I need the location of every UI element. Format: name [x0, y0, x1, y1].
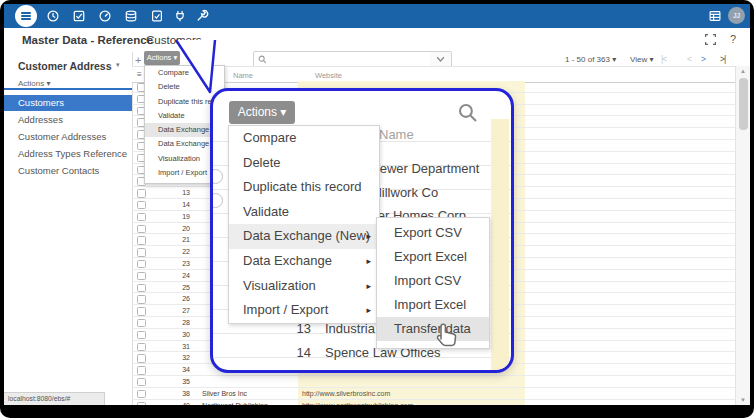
dataset-list-icon[interactable] — [15, 5, 37, 27]
chevron-down-icon: ▾ — [116, 61, 120, 69]
scroll-up-icon[interactable]: ▲ — [740, 68, 746, 74]
avatar[interactable]: JJ — [728, 7, 745, 24]
sidebar-item[interactable]: Addresses — [4, 112, 132, 128]
sidebar-actions-button[interactable]: Actions ▾ — [18, 79, 50, 88]
sidebar-item[interactable]: Customer Addresses — [4, 129, 132, 145]
clock-icon[interactable] — [46, 9, 60, 23]
submenu-item[interactable]: Import Excel — [377, 293, 489, 317]
magnified-modified-cell — [491, 119, 509, 370]
zoom-callout: Name Sewer Department Millwork Co River … — [210, 88, 514, 373]
magnified-row-name: Millwork Co — [371, 185, 438, 200]
row-checkbox[interactable] — [137, 189, 146, 198]
row-checkbox[interactable] — [137, 319, 146, 328]
wrench-icon[interactable] — [195, 9, 209, 23]
row-checkbox[interactable] — [137, 213, 146, 222]
menu-item[interactable]: Visualization ▸ — [229, 274, 379, 299]
menu-item[interactable]: Compare — [229, 126, 379, 151]
add-record-button[interactable]: + — [135, 54, 141, 66]
magnified-actions-button[interactable]: Actions ▾ — [229, 101, 295, 124]
row-checkbox[interactable] — [137, 248, 146, 257]
row-id: 21 — [152, 236, 190, 243]
submenu-arrow-icon: ▸ — [366, 298, 371, 323]
plug-icon[interactable] — [173, 9, 187, 23]
row-id: 23 — [152, 260, 190, 267]
row-name: Northwest Publishing — [202, 402, 268, 405]
row-checkbox[interactable] — [137, 402, 146, 405]
column-header-website[interactable]: Website — [315, 71, 342, 80]
pager-prev-button[interactable]: < — [687, 54, 691, 64]
row-id: 13 — [152, 189, 190, 196]
menu-item-label: Delete — [243, 155, 281, 170]
sidebar-item[interactable]: Address Types Reference — [4, 146, 132, 162]
row-checkbox[interactable] — [137, 272, 146, 281]
hand-cursor-icon — [431, 317, 461, 351]
magnified-column-header: Name — [379, 127, 414, 142]
row-checkbox[interactable] — [137, 236, 146, 245]
database-icon[interactable] — [124, 9, 138, 23]
row-id: 22 — [152, 248, 190, 255]
sidebar-item[interactable]: Customer Contacts — [4, 163, 132, 179]
row-id: 35 — [152, 378, 190, 385]
scroll-down-icon[interactable]: ▼ — [740, 397, 746, 403]
help-icon[interactable]: ? — [730, 33, 736, 45]
sidebar-item[interactable]: Customers — [4, 95, 132, 111]
menu-item[interactable]: Data Exchange (New) ▸ — [229, 224, 379, 249]
pager-last-button[interactable]: >| — [720, 54, 725, 64]
dataset-selector[interactable]: Customer Address — [18, 60, 112, 72]
pager-first-button[interactable]: |< — [661, 54, 666, 64]
row-id: 30 — [152, 331, 190, 338]
view-button[interactable]: View ▾ — [630, 55, 653, 64]
menu-item-label: Data Exchange (New) — [243, 228, 370, 243]
submenu-item[interactable]: Export Excel — [377, 245, 489, 269]
form-edit-icon[interactable] — [150, 9, 164, 23]
scrollbar-thumb[interactable] — [739, 78, 748, 130]
row-website: http://www.silverbrosinc.com — [302, 390, 390, 397]
data-grid-icon[interactable] — [708, 9, 722, 23]
vertical-scrollbar[interactable]: ▲ ▼ — [735, 66, 750, 405]
row-checkbox[interactable] — [137, 295, 146, 304]
row-checkbox[interactable] — [137, 390, 146, 399]
menu-item[interactable]: Data Exchange ▸ — [229, 249, 379, 274]
row-id: 31 — [152, 343, 190, 350]
menu-item-label: Compare — [243, 130, 296, 145]
gauge-icon[interactable] — [98, 9, 112, 23]
pager-next-button[interactable]: > — [701, 54, 705, 64]
row-id: 19 — [152, 213, 190, 220]
table-row[interactable]: 35 — [132, 376, 735, 388]
row-name: Silver Bros Inc — [202, 390, 247, 397]
fullscreen-icon[interactable] — [704, 33, 717, 46]
table-row[interactable]: 38 Silver Bros Inc http://www.silverbros… — [132, 388, 735, 400]
magnified-checkbox-fragment — [210, 193, 223, 208]
menu-item[interactable]: Delete — [229, 151, 379, 176]
page-header: Master Data - Reference Customers ? — [4, 28, 750, 52]
row-checkbox[interactable] — [137, 260, 146, 269]
row-id: 20 — [152, 225, 190, 232]
screenshot-frame: JJ Master Data - Reference Customers ? C… — [0, 0, 754, 418]
row-id: 34 — [152, 366, 190, 373]
menu-item[interactable]: Import / Export ▸ — [229, 298, 379, 323]
row-checkbox[interactable] — [137, 307, 146, 316]
row-checkbox[interactable] — [137, 284, 146, 293]
row-id: 14 — [152, 201, 190, 208]
menu-item-label: Data Exchange — [243, 253, 332, 268]
row-checkbox[interactable] — [137, 201, 146, 210]
pagination-range[interactable]: 1 - 50 of 363 ▾ — [565, 55, 616, 64]
submenu-item[interactable]: Export CSV — [377, 221, 489, 245]
tasks-check-icon[interactable] — [72, 9, 86, 23]
magnified-search-icon[interactable] — [457, 102, 479, 124]
row-checkbox[interactable] — [137, 354, 146, 363]
sidebar: Customer Address ▾ Actions ▾ Customers A… — [4, 52, 133, 405]
row-checkbox[interactable] — [137, 378, 146, 387]
row-checkbox[interactable] — [137, 366, 146, 375]
row-id: 32 — [152, 354, 190, 361]
menu-item[interactable]: Validate — [229, 200, 379, 225]
submenu-item[interactable]: Import CSV — [377, 269, 489, 293]
submenu-arrow-icon: ▸ — [366, 249, 371, 274]
sidebar-nav: Customers Addresses Customer Addresses A… — [4, 94, 132, 179]
row-checkbox[interactable] — [137, 331, 146, 340]
menu-item[interactable]: Duplicate this record — [229, 175, 379, 200]
row-checkbox[interactable] — [137, 343, 146, 352]
table-row[interactable]: 40 Northwest Publishing http://www.north… — [132, 400, 735, 405]
row-checkbox[interactable] — [137, 225, 146, 234]
row-menu-icon[interactable]: ≡ — [137, 70, 142, 79]
